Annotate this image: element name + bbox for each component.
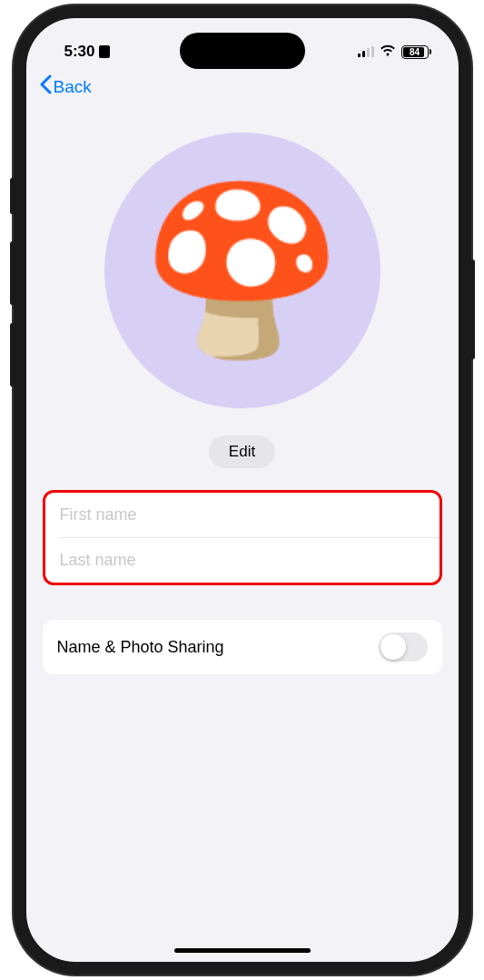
chevron-left-icon (39, 74, 52, 100)
mushroom-icon: 🍄 (140, 189, 344, 352)
battery-level: 84 (410, 47, 420, 57)
edit-button[interactable]: Edit (209, 436, 275, 468)
side-button (10, 178, 15, 214)
last-name-input[interactable] (45, 538, 440, 583)
screen: 5:30 84 (26, 18, 459, 962)
contact-card-icon (99, 45, 110, 58)
content: 🍄 Edit Name & Photo Sharing (26, 109, 459, 674)
first-name-input[interactable] (45, 493, 440, 537)
home-indicator[interactable] (174, 948, 311, 953)
signal-icon (358, 46, 374, 57)
sharing-toggle[interactable] (379, 632, 428, 662)
volume-up-button (10, 241, 15, 305)
status-left: 5:30 (64, 43, 110, 61)
battery-icon: 84 (401, 45, 431, 59)
avatar[interactable]: 🍄 (104, 132, 380, 408)
toggle-knob (380, 634, 406, 660)
status-right: 84 (358, 44, 431, 60)
back-label: Back (54, 77, 92, 97)
nav-bar: Back (26, 69, 459, 109)
volume-down-button (10, 323, 15, 387)
name-fields-group (43, 490, 442, 585)
status-time: 5:30 (64, 43, 95, 61)
power-button (470, 260, 475, 359)
wifi-icon (380, 44, 396, 60)
device-frame: 5:30 84 (14, 5, 471, 975)
dynamic-island (180, 33, 305, 69)
back-button[interactable]: Back (39, 74, 92, 100)
name-photo-sharing-row: Name & Photo Sharing (43, 620, 442, 674)
sharing-label: Name & Photo Sharing (57, 638, 224, 657)
